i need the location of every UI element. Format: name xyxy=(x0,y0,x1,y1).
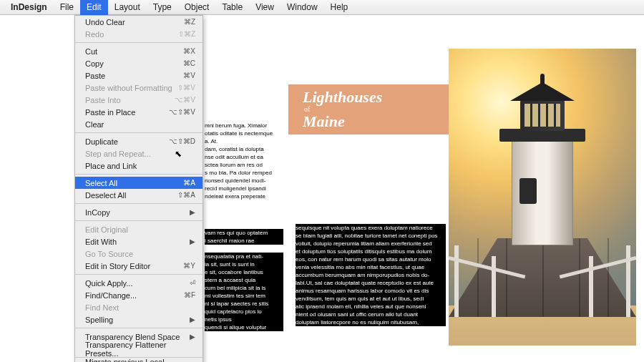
text-line: quendi si alique voluptur xyxy=(205,323,283,331)
menu-separator xyxy=(75,132,203,133)
text-line: mni berum fuga. Ximaior xyxy=(205,122,283,129)
text-line: nsequatatia pra et nati- xyxy=(205,253,283,260)
menu-item-label: Redo xyxy=(85,30,104,39)
menu-shortcut: ⇧⌘A xyxy=(177,191,195,199)
title-banner[interactable]: Lighthouses of Maine xyxy=(288,84,449,134)
text-line: ni si lapar saectes re sitis xyxy=(205,300,283,308)
text-line: animus resamquam harissus labor comodo v… xyxy=(296,287,446,295)
menu-item-label: Paste without Formatting xyxy=(85,84,172,92)
menu-item-spelling[interactable]: Spelling▶ xyxy=(75,313,203,326)
menu-item-label: Edit With xyxy=(85,238,117,246)
menu-item-deselect-all[interactable]: Deselect All⇧⌘A xyxy=(75,189,203,201)
menu-item-transparency-flattener-presets[interactable]: Transparency Flattener Presets... xyxy=(75,343,203,355)
lighthouse-finial xyxy=(540,74,545,84)
lighthouse-image[interactable] xyxy=(449,49,636,346)
menu-item-paste[interactable]: Paste⌘V xyxy=(75,69,203,82)
text-frame-1[interactable]: mni berum fuga. Ximaiorotatis oditate is… xyxy=(205,122,283,200)
menu-shortcut: ⌘X xyxy=(183,47,195,55)
menu-shortcut: ⌘A xyxy=(183,179,195,187)
text-line: quid captelacro plos lo xyxy=(205,308,283,315)
menu-separator xyxy=(75,274,203,275)
rail xyxy=(449,256,525,278)
menu-shortcut: ⌘C xyxy=(183,59,195,67)
submenu-arrow-icon: ▶ xyxy=(190,315,195,323)
text-frame-2[interactable]: vam res qui quo optatemi saerchil maion … xyxy=(205,229,283,331)
text-line: mi vollestim tes sim tem xyxy=(205,292,283,300)
menu-item-paste-in-place[interactable]: Paste in Place⌥⇧⌘V xyxy=(75,106,203,118)
text-line: otatis oditate is nectemque xyxy=(205,129,283,137)
menu-separator xyxy=(75,328,203,328)
submenu-arrow-icon: ▶ xyxy=(190,208,195,216)
menu-item-incopy[interactable]: InCopy▶ xyxy=(75,206,203,218)
menu-edit[interactable]: Edit xyxy=(80,0,108,15)
menu-item-quick-apply[interactable]: Quick Apply...⏎ xyxy=(75,277,203,289)
text-line: accumbum berumquam am nimporupudios nobi… xyxy=(296,271,446,279)
menu-item-edit-with[interactable]: Edit With▶ xyxy=(75,235,203,248)
menu-item-label: InCopy xyxy=(85,208,110,217)
menu-item-label: Paste Into xyxy=(85,96,121,104)
menu-shortcut: ⌥⌘V xyxy=(175,96,195,104)
menu-item-copy[interactable]: Copy⌘C xyxy=(75,57,203,69)
menu-file[interactable]: File xyxy=(54,0,80,15)
banner-line2: Maine xyxy=(303,114,449,129)
menu-item-label: Edit in Story Editor xyxy=(85,262,150,270)
text-line: i saerchil maion rae xyxy=(205,237,283,245)
menu-help[interactable]: Help xyxy=(324,0,355,15)
menu-item-duplicate[interactable]: Duplicate⌥⇧⌘D xyxy=(75,135,203,147)
text-line: eos, con natur rem harum quodi sa sitas … xyxy=(296,255,446,263)
rail xyxy=(560,256,636,278)
text-line: vam res qui quo optatem xyxy=(205,229,283,237)
rail-post xyxy=(626,245,630,317)
text-line xyxy=(205,245,283,253)
text-line: netis ipsus xyxy=(205,315,283,323)
water xyxy=(449,305,636,346)
text-line: e sit, occabore lantibus xyxy=(205,268,283,276)
menu-separator xyxy=(75,174,203,175)
lighthouse-lantern xyxy=(520,99,565,131)
menu-item-cut[interactable]: Cut⌘X xyxy=(75,45,203,57)
menu-item-find-next: Find Next xyxy=(75,301,203,313)
menu-item-edit-original: Edit Original xyxy=(75,223,203,235)
menu-item-clear[interactable]: Clear xyxy=(75,118,203,130)
menu-layout[interactable]: Layout xyxy=(108,0,147,15)
menu-item-label: Go To Source xyxy=(85,250,133,258)
menu-type[interactable]: Type xyxy=(147,0,178,15)
menu-item-label: Edit Original xyxy=(85,225,128,234)
menu-table[interactable]: Table xyxy=(215,0,249,15)
menu-view[interactable]: View xyxy=(249,0,280,15)
text-frame-3[interactable]: sequisque nit volupta quaes exera dolupt… xyxy=(296,224,446,326)
menu-item-paste-into: Paste Into⌥⌘V xyxy=(75,94,203,106)
menu-item-label: Undo Clear xyxy=(85,18,125,26)
lighthouse-gallery xyxy=(499,129,585,142)
menu-object[interactable]: Object xyxy=(178,0,216,15)
menu-item-place-and-link[interactable]: Place and Link xyxy=(75,160,203,172)
text-line: recid moligendel ipsandi xyxy=(205,185,283,192)
text-line: dam, coratist la dolupta xyxy=(205,145,283,153)
text-line: nse odit accullum et ea xyxy=(205,153,283,161)
edit-menu-dropdown[interactable]: Undo Clear⌘ZRedo⇧⌘ZCut⌘XCopy⌘CPaste⌘VPas… xyxy=(74,15,203,362)
menu-item-find-change[interactable]: Find/Change...⌘F xyxy=(75,289,203,301)
menu-shortcut: ⌘Y xyxy=(183,262,195,270)
text-line: alic ipraend molam eli, nihilla veles au… xyxy=(296,303,446,310)
menu-item-select-all[interactable]: Select All⌘A xyxy=(75,177,203,189)
menu-item-edit-in-story-editor[interactable]: Edit in Story Editor⌘Y xyxy=(75,260,203,272)
menu-item-label: Duplicate xyxy=(85,137,118,146)
pier xyxy=(449,238,636,317)
menu-item-label: Transparency Flattener Presets... xyxy=(85,341,195,358)
menubar: InDesign FileEditLayoutTypeObjectTableVi… xyxy=(0,0,644,15)
menu-shortcut: ⌘F xyxy=(184,291,195,299)
text-line: ia sit, sunt is sunt in xyxy=(205,260,283,268)
menu-item-label: Place and Link xyxy=(85,162,137,170)
text-line: nonsed quidendel modi- xyxy=(205,177,283,185)
plank xyxy=(579,238,580,317)
text-line: doluptam liatorecpore no es nuliquim nit… xyxy=(296,318,446,326)
text-line: et doluptum tios soluptatiis ditisquis e… xyxy=(296,248,446,255)
menu-window[interactable]: Window xyxy=(280,0,324,15)
menu-shortcut: ⌥⇧⌘D xyxy=(169,137,195,145)
menu-item-step-and-repeat: Step and Repeat... xyxy=(75,147,203,160)
menu-item-undo-clear[interactable]: Undo Clear⌘Z xyxy=(75,16,203,28)
menu-item-label: Spelling xyxy=(85,315,113,324)
menu-shortcut: ⏎ xyxy=(190,279,195,287)
menu-shortcut: ⇧⌘V xyxy=(177,84,195,92)
text-line: sequisque nit volupta quaes exera dolupt… xyxy=(296,224,446,232)
